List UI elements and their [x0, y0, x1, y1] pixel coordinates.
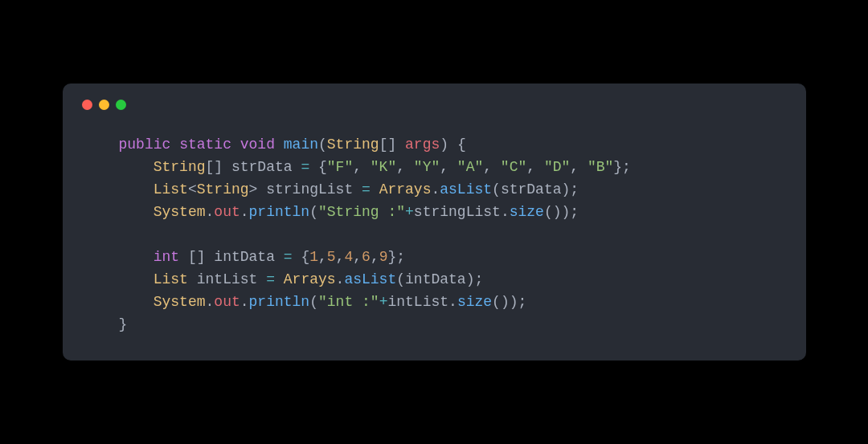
prop-out: out — [214, 294, 240, 310]
equals: = — [293, 159, 318, 175]
angle: > — [249, 181, 258, 198]
number: 4 — [344, 249, 353, 265]
close-brace: } — [119, 316, 128, 332]
indent — [119, 271, 154, 287]
var-intdata: intData — [214, 249, 275, 265]
maximize-icon[interactable] — [116, 100, 126, 110]
paren: ( — [318, 136, 327, 153]
var-args: args — [405, 136, 440, 153]
comma: , — [336, 249, 345, 265]
string-literal: "B" — [588, 159, 613, 175]
code-window: public static void main(String[] args) {… — [63, 84, 806, 360]
comma: , — [526, 159, 544, 175]
string-literal: "A" — [457, 159, 483, 175]
minimize-icon[interactable] — [99, 100, 109, 110]
string-literal: "C" — [501, 159, 526, 175]
indent — [119, 294, 154, 310]
brace: { — [301, 249, 309, 265]
number: 1 — [309, 249, 318, 265]
comma: , — [396, 159, 414, 175]
paren: ( — [309, 204, 318, 220]
equals: = — [275, 249, 301, 265]
dot: . — [206, 204, 215, 220]
plus: + — [405, 204, 414, 220]
arg: intData — [405, 271, 466, 287]
var-stringlist: stringList — [266, 181, 353, 198]
string-literal: "String :" — [318, 204, 405, 220]
class-system: System — [154, 204, 206, 220]
number: 5 — [327, 249, 336, 265]
method-size: size — [510, 204, 544, 220]
string-literal: "Y" — [414, 159, 440, 175]
comma: , — [353, 159, 371, 175]
brace: }; — [388, 249, 406, 265]
comma: , — [440, 159, 457, 175]
method-println: println — [249, 204, 310, 220]
dot: . — [431, 181, 440, 198]
keyword-int: int — [154, 249, 179, 265]
class-arrays: Arrays — [284, 271, 336, 287]
type-string: String — [327, 136, 379, 153]
paren: ); — [466, 271, 484, 287]
comma: , — [570, 159, 588, 175]
brackets: [] — [379, 136, 397, 153]
window-controls — [82, 100, 787, 110]
string-literal: "F" — [327, 159, 353, 175]
type-string: String — [197, 181, 249, 198]
paren: ) — [440, 136, 448, 153]
brace: { — [318, 159, 327, 175]
brackets: [] — [206, 159, 223, 175]
string-literal: "K" — [371, 159, 396, 175]
paren: ( — [309, 294, 318, 310]
class-system: System — [154, 294, 206, 310]
keyword-void: void — [240, 136, 275, 153]
indent — [119, 159, 154, 175]
close-icon[interactable] — [82, 100, 92, 110]
equals: = — [353, 181, 379, 198]
indent — [119, 181, 154, 198]
dot: . — [501, 204, 510, 220]
dot: . — [240, 204, 249, 220]
string-literal: "D" — [544, 159, 570, 175]
paren: ()); — [492, 294, 526, 310]
arg: strData — [501, 181, 562, 198]
type-list: List — [154, 181, 188, 198]
var: intList — [387, 294, 448, 310]
dot: . — [448, 294, 457, 310]
comma: , — [371, 249, 379, 265]
method-main: main — [284, 136, 318, 153]
paren: ( — [492, 181, 501, 198]
plus: + — [379, 294, 388, 310]
var-strdata: strData — [231, 159, 293, 175]
prop-out: out — [214, 204, 240, 220]
dot: . — [336, 271, 345, 287]
equals: = — [257, 271, 283, 287]
comma: , — [353, 249, 362, 265]
dot: . — [206, 294, 215, 310]
indent — [119, 204, 154, 220]
method-size: size — [457, 294, 492, 310]
number: 9 — [379, 249, 388, 265]
keyword-static: static — [179, 136, 231, 153]
paren: ); — [562, 181, 579, 198]
type-list: List — [154, 271, 188, 287]
angle: < — [188, 181, 197, 198]
number: 6 — [362, 249, 371, 265]
var: stringList — [414, 204, 501, 220]
comma: , — [318, 249, 327, 265]
method-aslist: asList — [344, 271, 396, 287]
var-intlist: intList — [197, 271, 258, 287]
comma: , — [483, 159, 501, 175]
string-literal: "int :" — [318, 294, 379, 310]
paren: ( — [396, 271, 405, 287]
code-block: public static void main(String[] args) {… — [82, 134, 787, 336]
keyword-public: public — [119, 136, 171, 153]
brace: { — [448, 136, 466, 153]
brackets: [] — [179, 249, 205, 265]
method-aslist: asList — [440, 181, 492, 198]
indent — [119, 249, 154, 265]
type-string: String — [154, 159, 206, 175]
paren: ()); — [544, 204, 579, 220]
brace: }; — [613, 159, 631, 175]
dot: . — [240, 294, 249, 310]
